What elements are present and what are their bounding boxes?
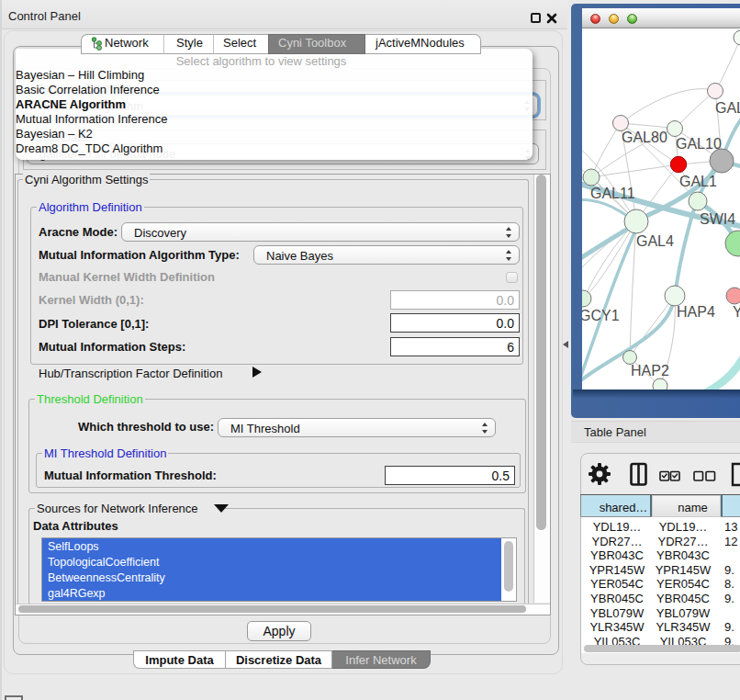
svg-text:GAL4: GAL4 <box>636 233 674 249</box>
svg-text:GAL2: GAL2 <box>715 100 740 116</box>
svg-text:GCY1: GCY1 <box>582 308 620 323</box>
svg-text:Y: Y <box>733 304 740 320</box>
svg-text:GAL10: GAL10 <box>676 136 722 152</box>
svg-text:HAP4: HAP4 <box>677 304 715 320</box>
svg-text:GAL1: GAL1 <box>679 174 717 189</box>
svg-text:GAL11: GAL11 <box>590 186 635 201</box>
svg-text:GAL80: GAL80 <box>622 130 667 145</box>
svg-text:SWI4: SWI4 <box>700 211 735 227</box>
svg-text:HAP2: HAP2 <box>631 363 669 378</box>
